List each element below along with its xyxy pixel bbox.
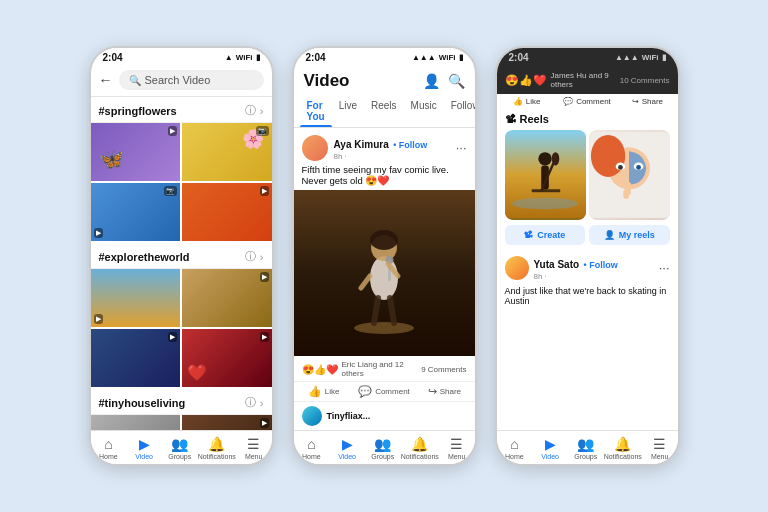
follow-yuta-button[interactable]: • Follow: [584, 260, 618, 270]
home-icon: ⌂: [104, 436, 112, 452]
time-center: 2:04: [306, 52, 326, 63]
reaction-icons: 😍👍❤️: [302, 364, 338, 375]
video-thumb-5[interactable]: ▶: [91, 269, 181, 327]
nav-notifications-center[interactable]: 🔔 Notifications: [401, 436, 439, 460]
share-btn-right[interactable]: ↪ Share: [617, 97, 677, 106]
signal-icon-r: ▲▲▲: [615, 53, 639, 62]
nav-notifications-left[interactable]: 🔔 Notifications: [198, 436, 236, 460]
video-badge-7: ▶: [168, 332, 177, 342]
reel-thumb-2[interactable]: [589, 130, 670, 220]
back-arrow-icon[interactable]: ←: [99, 72, 113, 88]
reactor-names: Eric Liang and 12 others: [342, 360, 422, 378]
nav-home-left[interactable]: ⌂ Home: [91, 436, 127, 460]
reel-svg-1: [505, 130, 586, 220]
bottom-nav-left: ⌂ Home ▶ Video 👥 Groups 🔔 Notifications …: [91, 430, 272, 464]
tab-for-you[interactable]: For You: [300, 95, 332, 127]
video-badge-3t: 📷: [164, 186, 177, 196]
right-top-bar: 😍👍❤️ James Hu and 9 others 10 Comments: [497, 65, 678, 94]
video-thumb-3[interactable]: ▶ 📷: [91, 183, 181, 241]
left-phone: 2:04 ▲ WiFi ▮ ← 🔍 Search Video #springfl…: [89, 46, 274, 466]
nav-home-center[interactable]: ⌂ Home: [294, 436, 330, 460]
profile-icon[interactable]: 👤: [423, 73, 440, 89]
hashtag-chevron-icon2: ›: [260, 251, 264, 263]
hashtag-row-tiny[interactable]: #tinyhouseliving ⓘ ›: [91, 389, 272, 415]
share-icon: ↪: [428, 385, 437, 398]
yuta-more-icon[interactable]: ···: [659, 260, 670, 275]
video-badge-6: ▶: [260, 272, 269, 282]
share-button[interactable]: ↪ Share: [414, 385, 474, 398]
like-btn-right[interactable]: 👍 Like: [497, 97, 557, 106]
video-area[interactable]: [294, 190, 475, 356]
explore-video-grid: ▶ ▶ ▶ ❤️ ▶: [91, 269, 272, 389]
nav-home-right[interactable]: ⌂ Home: [497, 436, 533, 460]
nav-menu-center[interactable]: ☰ Menu: [439, 436, 475, 460]
time-left: 2:04: [103, 52, 123, 63]
post-meta: Aya Kimura • Follow 8h ·: [334, 134, 450, 161]
my-reels-button[interactable]: 👤 My reels: [589, 225, 670, 245]
my-reels-icon: 👤: [604, 230, 615, 240]
search-icon-top[interactable]: 🔍: [448, 73, 465, 89]
nav-video-center[interactable]: ▶ Video: [329, 436, 365, 460]
post-caption: Fifth time seeing my fav comic live. Nev…: [294, 164, 475, 190]
video-thumb-7[interactable]: ▶: [91, 329, 181, 387]
post-header: Aya Kimura • Follow 8h · ···: [294, 128, 475, 164]
battery-icon-c: ▮: [459, 53, 463, 62]
video-thumb-9[interactable]: ▶: [91, 415, 181, 430]
follow-button[interactable]: • Follow: [393, 140, 427, 150]
nav-groups-right[interactable]: 👥 Groups: [568, 436, 604, 460]
svg-point-14: [538, 152, 551, 165]
avatar-yuta: [505, 256, 529, 280]
hashtag-info-icon3: ⓘ: [245, 395, 256, 410]
groups-icon: 👥: [171, 436, 188, 452]
tabs-bar: For You Live Reels Music Following: [294, 95, 475, 128]
comment-button[interactable]: 💬 Comment: [354, 385, 414, 398]
comments-link-right[interactable]: 10 Comments: [620, 76, 670, 85]
nav-menu-left[interactable]: ☰ Menu: [236, 436, 272, 460]
svg-point-19: [590, 135, 624, 177]
hashtag-row-explore[interactable]: #exploretheworld ⓘ ›: [91, 243, 272, 269]
groups-icon-c: 👥: [374, 436, 391, 452]
nav-groups-center[interactable]: 👥 Groups: [365, 436, 401, 460]
spring-video-grid: 🦋 ▶ 🌸 📷 ▶ 📷 ▶: [91, 123, 272, 243]
svg-point-11: [511, 198, 578, 209]
reel-thumb-1[interactable]: [505, 130, 586, 220]
nav-menu-right[interactable]: ☰ Menu: [642, 436, 678, 460]
search-box[interactable]: 🔍 Search Video: [119, 70, 264, 90]
video-thumb-6[interactable]: ▶: [182, 269, 272, 327]
video-thumb-10[interactable]: ▶: [182, 415, 272, 430]
svg-point-1: [370, 256, 398, 300]
video-thumb-2[interactable]: 🌸 📷: [182, 123, 272, 181]
video-badge-5: ▶: [94, 314, 103, 324]
battery-icon-r: ▮: [662, 53, 666, 62]
nav-video-right[interactable]: ▶ Video: [532, 436, 568, 460]
status-icons-right: ▲▲▲ WiFi ▮: [615, 53, 666, 62]
tab-live[interactable]: Live: [332, 95, 364, 127]
nav-notifications-right[interactable]: 🔔 Notifications: [604, 436, 642, 460]
yuta-name: Yuta Sato: [534, 259, 580, 270]
comment-btn-right[interactable]: 💬 Comment: [557, 97, 617, 106]
comments-count[interactable]: 9 Comments: [421, 365, 466, 374]
reactions-bar: 😍👍❤️ Eric Liang and 12 others 9 Comments: [294, 356, 475, 382]
tab-reels[interactable]: Reels: [364, 95, 404, 127]
video-thumb-8[interactable]: ❤️ ▶: [182, 329, 272, 387]
nav-video-left[interactable]: ▶ Video: [126, 436, 162, 460]
video-top-header: Video 👤 🔍: [294, 65, 475, 95]
post-more-icon[interactable]: ···: [456, 140, 467, 155]
like-icon-r: 👍: [513, 97, 523, 106]
hashtag-row-spring[interactable]: #springflowers ⓘ ›: [91, 97, 272, 123]
reels-icon: 📽: [505, 113, 516, 125]
video-thumb-4[interactable]: ▶: [182, 183, 272, 241]
nav-groups-left[interactable]: 👥 Groups: [162, 436, 198, 460]
create-reel-button[interactable]: 📽 Create: [505, 225, 586, 245]
tab-music[interactable]: Music: [404, 95, 444, 127]
like-button[interactable]: 👍 Like: [294, 385, 354, 398]
tab-following[interactable]: Following: [444, 95, 477, 127]
right-next-post-header: Yuta Sato • Follow 8h · ···: [497, 249, 678, 284]
video-thumb-1[interactable]: 🦋 ▶: [91, 123, 181, 181]
notif-icon-c: 🔔: [411, 436, 428, 452]
center-phone: 2:04 ▲▲▲ WiFi ▮ Video 👤 🔍 For You Live R…: [292, 46, 477, 466]
video-nav-icon: ▶: [139, 436, 150, 452]
hashtag-chevron-icon3: ›: [260, 397, 264, 409]
performer-svg: [344, 208, 424, 338]
status-bar-left: 2:04 ▲ WiFi ▮: [91, 48, 272, 65]
